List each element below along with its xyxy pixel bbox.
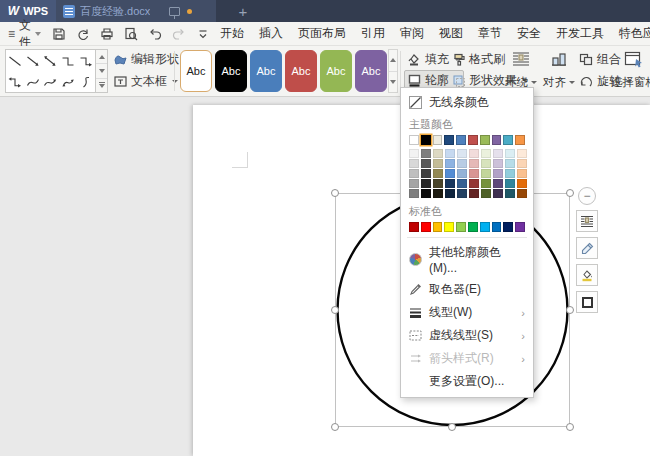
color-tint-swatch[interactable] bbox=[469, 189, 479, 198]
color-tint-swatch[interactable] bbox=[409, 189, 419, 198]
save-icon[interactable] bbox=[51, 26, 66, 41]
color-swatch[interactable] bbox=[421, 135, 431, 145]
no-line-color-item[interactable]: 无线条颜色 bbox=[401, 91, 533, 114]
color-swatch[interactable] bbox=[468, 135, 478, 145]
ribbon-tab-引用[interactable]: 引用 bbox=[361, 25, 385, 42]
color-tint-swatch[interactable] bbox=[421, 169, 431, 178]
color-swatch[interactable] bbox=[433, 222, 443, 232]
shape-style-5[interactable]: Abc bbox=[320, 50, 352, 92]
color-tint-swatch[interactable] bbox=[445, 149, 455, 158]
color-tint-swatch[interactable] bbox=[433, 169, 443, 178]
color-tint-swatch[interactable] bbox=[517, 189, 527, 198]
color-tint-swatch[interactable] bbox=[517, 149, 527, 158]
ribbon-tab-开始[interactable]: 开始 bbox=[220, 25, 244, 42]
color-tint-swatch[interactable] bbox=[517, 179, 527, 188]
color-tint-swatch[interactable] bbox=[505, 149, 515, 158]
color-tint-swatch[interactable] bbox=[409, 149, 419, 158]
color-tint-swatch[interactable] bbox=[469, 179, 479, 188]
resize-handle-top-left[interactable] bbox=[331, 189, 339, 197]
export-icon[interactable] bbox=[75, 26, 90, 41]
color-tint-swatch[interactable] bbox=[505, 159, 515, 168]
color-tint-swatch[interactable] bbox=[445, 159, 455, 168]
resize-handle-bottom-left[interactable] bbox=[331, 423, 339, 431]
ribbon-tab-审阅[interactable]: 审阅 bbox=[400, 25, 424, 42]
menu-item-线型-W-[interactable]: 线型(W)› bbox=[401, 301, 533, 324]
color-swatch[interactable] bbox=[492, 222, 502, 232]
color-tint-swatch[interactable] bbox=[469, 149, 479, 158]
collapse-minus-icon[interactable]: − bbox=[578, 187, 596, 205]
ribbon-tab-页面布局[interactable]: 页面布局 bbox=[298, 25, 346, 42]
color-swatch[interactable] bbox=[444, 222, 454, 232]
ribbon-tab-特色应用[interactable]: 特色应用 bbox=[619, 25, 650, 42]
color-tint-swatch[interactable] bbox=[409, 169, 419, 178]
resize-handle-bottom-center[interactable] bbox=[448, 423, 456, 431]
gallery-scroll-up-icon[interactable] bbox=[96, 50, 107, 64]
color-tint-swatch[interactable] bbox=[481, 189, 491, 198]
color-tint-swatch[interactable] bbox=[433, 149, 443, 158]
outline-quick-button[interactable] bbox=[576, 237, 598, 259]
menu-item-虚线线型-S-[interactable]: 虚线线型(S)› bbox=[401, 324, 533, 347]
color-tint-swatch[interactable] bbox=[421, 179, 431, 188]
ribbon-tab-插入[interactable]: 插入 bbox=[259, 25, 283, 42]
color-tint-swatch[interactable] bbox=[505, 179, 515, 188]
resize-handle-mid-left[interactable] bbox=[331, 306, 339, 314]
color-tint-swatch[interactable] bbox=[493, 149, 503, 158]
color-swatch[interactable] bbox=[421, 222, 431, 232]
color-tint-swatch[interactable] bbox=[481, 149, 491, 158]
color-swatch[interactable] bbox=[409, 222, 419, 232]
print-icon[interactable] bbox=[99, 26, 114, 41]
color-swatch[interactable] bbox=[503, 222, 513, 232]
menu-item-更多设置-O-[interactable]: 更多设置(O)... bbox=[401, 370, 533, 393]
style-scroll-down-icon[interactable] bbox=[389, 72, 397, 93]
color-swatch[interactable] bbox=[468, 222, 478, 232]
color-swatch[interactable] bbox=[480, 222, 490, 232]
color-swatch[interactable] bbox=[444, 135, 454, 145]
shape-style-4[interactable]: Abc bbox=[285, 50, 317, 92]
ribbon-tab-章节[interactable]: 章节 bbox=[478, 25, 502, 42]
shape-line-diagonal[interactable] bbox=[6, 50, 24, 71]
color-tint-swatch[interactable] bbox=[421, 149, 431, 158]
color-swatch[interactable] bbox=[409, 135, 419, 145]
gallery-more-icon[interactable] bbox=[96, 79, 107, 92]
color-tint-swatch[interactable] bbox=[469, 159, 479, 168]
shape-double-arrow-diagonal[interactable] bbox=[42, 50, 60, 71]
color-swatch[interactable] bbox=[503, 135, 513, 145]
shape-style-2[interactable]: Abc bbox=[215, 50, 247, 92]
selection-pane-button[interactable]: 选择窗格 bbox=[611, 48, 650, 94]
ribbon-tab-安全[interactable]: 安全 bbox=[517, 25, 541, 42]
new-tab-button[interactable]: + bbox=[228, 0, 258, 22]
shape-elbow-connector[interactable] bbox=[59, 50, 77, 71]
color-swatch[interactable] bbox=[515, 135, 525, 145]
color-tint-swatch[interactable] bbox=[457, 189, 467, 198]
color-tint-swatch[interactable] bbox=[481, 159, 491, 168]
color-tint-swatch[interactable] bbox=[493, 159, 503, 168]
ribbon-tab-视图[interactable]: 视图 bbox=[439, 25, 463, 42]
ribbon-tab-开发工具[interactable]: 开发工具 bbox=[556, 25, 604, 42]
align-button[interactable]: 对齐 bbox=[541, 48, 577, 94]
resize-handle-mid-right[interactable] bbox=[566, 306, 574, 314]
text-box-button[interactable]: 文本框 bbox=[111, 71, 181, 91]
color-swatch[interactable] bbox=[456, 222, 466, 232]
color-swatch[interactable] bbox=[515, 222, 525, 232]
format-painter-button[interactable]: 格式刷 bbox=[449, 49, 508, 69]
color-tint-swatch[interactable] bbox=[493, 169, 503, 178]
color-tint-swatch[interactable] bbox=[505, 169, 515, 178]
frame-quick-button[interactable] bbox=[576, 291, 598, 313]
color-tint-swatch[interactable] bbox=[433, 179, 443, 188]
color-tint-swatch[interactable] bbox=[445, 169, 455, 178]
color-tint-swatch[interactable] bbox=[517, 159, 527, 168]
fill-quick-button[interactable] bbox=[576, 264, 598, 286]
shape-freeform-s[interactable] bbox=[77, 71, 95, 92]
color-swatch[interactable] bbox=[456, 135, 466, 145]
wrap-quick-button[interactable] bbox=[576, 210, 598, 232]
print-preview-icon[interactable] bbox=[123, 26, 138, 41]
resize-handle-top-right[interactable] bbox=[566, 189, 574, 197]
gallery-scroll-down-icon[interactable] bbox=[96, 64, 107, 78]
color-tint-swatch[interactable] bbox=[457, 159, 467, 168]
color-tint-swatch[interactable] bbox=[481, 179, 491, 188]
color-tint-swatch[interactable] bbox=[433, 159, 443, 168]
color-tint-swatch[interactable] bbox=[505, 189, 515, 198]
color-tint-swatch[interactable] bbox=[433, 189, 443, 198]
shape-arrow-diagonal[interactable] bbox=[24, 50, 42, 71]
color-swatch[interactable] bbox=[433, 135, 443, 145]
